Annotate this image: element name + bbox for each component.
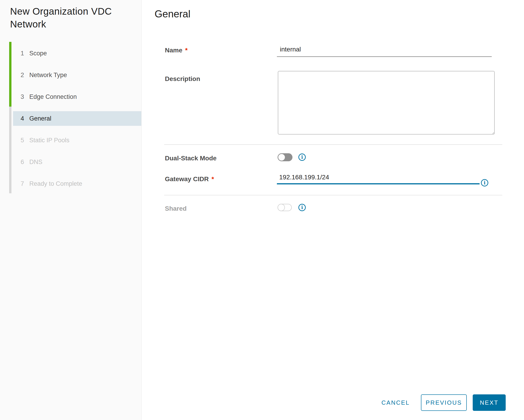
step-number: 1: [21, 50, 29, 57]
required-asterisk: [211, 176, 214, 183]
info-icon[interactable]: [481, 179, 488, 186]
step-item-general[interactable]: 4 General: [11, 108, 141, 129]
step-number: 7: [21, 180, 29, 187]
shared-label: Shared: [165, 205, 187, 212]
name-label: Name: [165, 47, 188, 54]
step-item-scope[interactable]: 1 Scope: [11, 42, 141, 64]
required-asterisk: [185, 47, 188, 54]
step-label: Edge Connection: [29, 93, 77, 101]
step-label: General: [29, 115, 51, 122]
step-label: Scope: [29, 50, 47, 57]
dual-stack-mode-label: Dual-Stack Mode: [165, 155, 217, 162]
completed-steps-bar: [9, 42, 11, 107]
step-item-network-type[interactable]: 2 Network Type: [11, 64, 141, 86]
step-label: Network Type: [29, 72, 67, 79]
step-number: 6: [21, 159, 29, 166]
dual-stack-mode-toggle[interactable]: [278, 153, 292, 161]
remaining-steps-bar: [9, 107, 11, 193]
step-label: Ready to Complete: [29, 180, 82, 187]
info-icon[interactable]: [298, 153, 306, 161]
toggle-knob: [278, 154, 285, 160]
previous-button[interactable]: PREVIOUS: [421, 394, 467, 411]
description-textarea[interactable]: [278, 71, 495, 134]
section-divider: [164, 195, 502, 195]
gateway-cidr-label: Gateway CIDR: [165, 176, 214, 183]
step-item-ready-to-complete: 7 Ready to Complete: [11, 173, 141, 195]
description-label: Description: [165, 75, 200, 83]
section-divider: [164, 144, 502, 145]
step-item-edge-connection[interactable]: 3 Edge Connection: [11, 86, 141, 108]
page-title: General: [155, 8, 191, 20]
next-button[interactable]: NEXT: [473, 394, 506, 411]
gateway-cidr-input[interactable]: [277, 173, 480, 184]
step-item-dns: 6 DNS: [11, 151, 141, 173]
wizard-title: New Organization VDC Network: [10, 5, 135, 31]
wizard-steps-nav: 1 Scope 2 Network Type 3 Edge Connection…: [11, 42, 141, 195]
step-number: 2: [21, 72, 29, 79]
step-label: Static IP Pools: [29, 137, 70, 144]
info-icon[interactable]: [298, 204, 306, 211]
shared-toggle: [278, 204, 292, 211]
wizard-sidebar: New Organization VDC Network 1 Scope 2 N…: [0, 0, 141, 420]
step-item-static-ip-pools: 5 Static IP Pools: [11, 129, 141, 151]
step-number: 3: [21, 93, 29, 101]
step-number: 4: [21, 115, 29, 122]
wizard-footer: CANCEL PREVIOUS NEXT: [380, 394, 506, 411]
cancel-button[interactable]: CANCEL: [380, 394, 411, 411]
toggle-knob: [278, 204, 285, 211]
step-number: 5: [21, 137, 29, 144]
name-input[interactable]: [277, 45, 492, 57]
step-label: DNS: [29, 159, 42, 166]
